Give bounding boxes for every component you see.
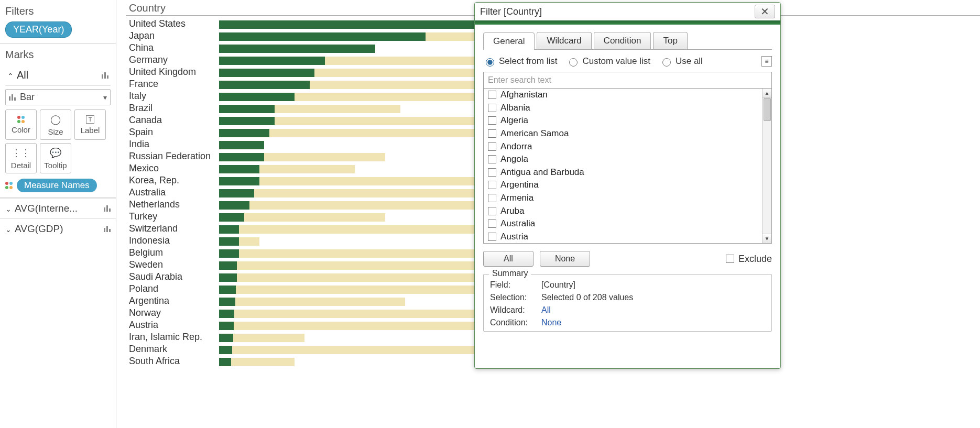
chart-row-label: Argentina (126, 295, 219, 306)
chart-row-label: Australia (126, 187, 219, 198)
marks-card: Marks All Bar Color ◯ Size T Label (0, 43, 116, 198)
list-item[interactable]: Andorra (484, 140, 762, 153)
radio-use-all[interactable]: Use all (660, 56, 703, 67)
chart-row-label: Russian Federation (126, 151, 219, 162)
detail-icon: ⋮⋮ (12, 147, 30, 159)
list-item[interactable]: Angola (484, 153, 762, 166)
list-options-icon[interactable]: ≡ (761, 56, 772, 67)
tab-condition[interactable]: Condition (594, 32, 651, 49)
color-icon (17, 116, 25, 123)
filter-mode-radios: Select from list Custom value list Use a… (483, 56, 772, 67)
select-all-button[interactable]: All (483, 251, 533, 267)
scroll-up-icon[interactable]: ▲ (763, 89, 771, 98)
chart-row-label: Netherlands (126, 199, 219, 210)
checkbox-icon (488, 181, 496, 189)
list-item[interactable]: Antigua and Barbuda (484, 166, 762, 179)
marks-title: Marks (5, 47, 111, 65)
list-item[interactable]: Austria (484, 231, 762, 243)
list-item[interactable]: American Samoa (484, 127, 762, 140)
scrollbar[interactable]: ▲ ▼ (762, 89, 771, 243)
chart-row-label: Turkey (126, 211, 219, 222)
dialog-titlebar[interactable]: Filter [Country] ✕ (475, 3, 780, 21)
checkbox-icon (488, 233, 496, 241)
checkbox-icon (488, 155, 496, 163)
marks-size-button[interactable]: ◯ Size (40, 109, 71, 140)
chart-row-label: Sweden (126, 259, 219, 270)
tooltip-icon: 💬 (50, 147, 61, 159)
chart-row-label: Saudi Arabia (126, 271, 219, 282)
chart-row-label: Mexico (126, 163, 219, 174)
chart-row-label: United States (126, 18, 219, 29)
list-item[interactable]: Afghanistan (484, 89, 762, 102)
radio-custom-value-list[interactable]: Custom value list (567, 56, 650, 67)
bars-icon (104, 226, 111, 232)
filter-pill-year[interactable]: YEAR(Year) (5, 21, 72, 38)
chart-row-label: Canada (126, 115, 219, 126)
checkbox-icon (488, 142, 496, 151)
marks-detail-button[interactable]: ⋮⋮ Detail (5, 143, 37, 173)
summary-box: Summary Field:[Country] Selection:Select… (483, 274, 772, 332)
bars-icon (9, 94, 16, 101)
chevron-down-icon (103, 92, 107, 103)
list-item[interactable]: Aruba (484, 204, 762, 217)
list-item[interactable]: Albania (484, 102, 762, 115)
summary-legend: Summary (489, 269, 531, 278)
dialog-tabs: GeneralWildcardConditionTop (483, 32, 772, 50)
chart-row-label: Brazil (126, 103, 219, 114)
chart-row-label: Norway (126, 308, 219, 319)
list-item[interactable]: Australia (484, 217, 762, 231)
chart-row-label: India (126, 139, 219, 150)
left-panel: Filters YEAR(Year) Marks All Bar Color ◯… (0, 0, 116, 428)
filters-shelf: Filters YEAR(Year) (0, 0, 116, 43)
marks-label-button[interactable]: T Label (74, 109, 106, 140)
marks-all-row[interactable]: All (5, 65, 111, 86)
checkbox-icon (488, 91, 496, 99)
filter-search-box (483, 72, 772, 89)
tab-wildcard[interactable]: Wildcard (537, 32, 591, 49)
scroll-down-icon[interactable]: ▼ (763, 234, 771, 243)
chart-row-label: Indonesia (126, 235, 219, 246)
checkbox-icon (488, 168, 496, 177)
exclude-checkbox[interactable]: Exclude (726, 254, 772, 265)
filter-value-list: AfghanistanAlbaniaAlgeriaAmerican SamoaA… (483, 89, 772, 244)
mark-type-label: Bar (20, 92, 35, 103)
checkbox-icon (488, 116, 496, 125)
chart-row-label: Iran, Islamic Rep. (126, 332, 219, 343)
checkbox-icon (488, 207, 496, 215)
marks-tooltip-button[interactable]: 💬 Tooltip (40, 143, 71, 173)
label-icon: T (86, 115, 95, 124)
list-item[interactable]: Argentina (484, 179, 762, 192)
chart-row-label: Denmark (126, 344, 219, 355)
chart-row-label: Spain (126, 127, 219, 138)
marks-color-button[interactable]: Color (5, 109, 37, 140)
measure-names-pill[interactable]: Measure Names (17, 179, 97, 192)
chart-row-label: Austria (126, 320, 219, 331)
mark-type-select[interactable]: Bar (5, 89, 111, 105)
chart-row-label: China (126, 42, 219, 53)
chart-row-label: Belgium (126, 247, 219, 258)
bars-icon (104, 205, 111, 212)
scroll-thumb[interactable] (764, 98, 771, 121)
checkbox-icon (488, 129, 496, 138)
chart-row-label: Switzerland (126, 223, 219, 234)
checkbox-icon (488, 104, 496, 112)
list-item[interactable]: Algeria (484, 114, 762, 127)
shelf-row[interactable]: AVG(Interne... (0, 198, 116, 218)
tab-top[interactable]: Top (653, 32, 687, 49)
marks-all-label: All (17, 69, 28, 81)
chart-row-label: South Africa (126, 356, 219, 367)
select-none-button[interactable]: None (540, 251, 590, 267)
chart-row-label: Japan (126, 30, 219, 41)
size-icon: ◯ (50, 114, 61, 125)
tab-general[interactable]: General (483, 32, 535, 50)
close-button[interactable]: ✕ (755, 5, 775, 18)
filter-dialog: Filter [Country] ✕ GeneralWildcardCondit… (474, 2, 781, 369)
chart-row-label: Germany (126, 54, 219, 65)
shelf-row[interactable]: AVG(GDP) (0, 218, 116, 239)
list-item[interactable]: Armenia (484, 192, 762, 205)
chart-row-label: Poland (126, 283, 219, 294)
radio-select-from-list[interactable]: Select from list (483, 56, 557, 67)
chart-row-label: France (126, 79, 219, 90)
color-icon (5, 182, 13, 189)
filter-search-input[interactable] (484, 72, 771, 88)
